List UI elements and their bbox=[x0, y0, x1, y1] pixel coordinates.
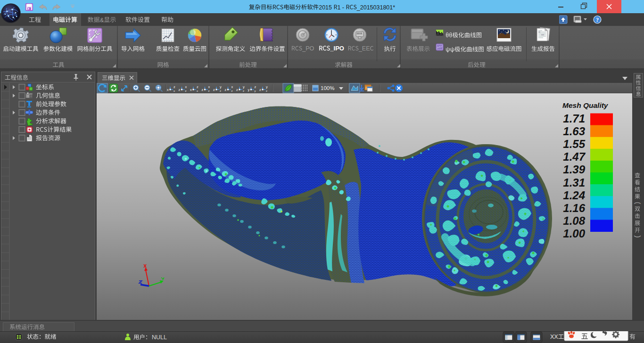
svg-text:z: z bbox=[255, 85, 256, 89]
svg-text:z: z bbox=[231, 90, 233, 92]
svg-text:1.39: 1.39 bbox=[563, 163, 585, 176]
svg-text:y: y bbox=[266, 85, 268, 89]
svg-text:1.71: 1.71 bbox=[563, 112, 585, 125]
svg-text:y: y bbox=[255, 90, 256, 92]
svg-text:z: z bbox=[266, 90, 267, 92]
svg-text:y: y bbox=[243, 85, 245, 89]
svg-text:1.08: 1.08 bbox=[563, 214, 585, 227]
svg-text:1.55: 1.55 bbox=[563, 138, 585, 150]
svg-text:z: z bbox=[202, 88, 204, 92]
svg-text:x: x bbox=[185, 85, 187, 89]
svg-text:1.24: 1.24 bbox=[563, 189, 585, 202]
svg-text:x: x bbox=[190, 88, 192, 92]
svg-text:y: y bbox=[248, 88, 250, 92]
svg-text:x: x bbox=[173, 90, 175, 92]
svg-text:x: x bbox=[208, 85, 210, 89]
svg-text:x: x bbox=[167, 88, 169, 92]
svg-text:z: z bbox=[220, 90, 221, 92]
svg-text:1.31: 1.31 bbox=[563, 176, 585, 189]
svg-text:?: ? bbox=[596, 16, 599, 23]
svg-text:z: z bbox=[236, 88, 238, 92]
svg-text:z: z bbox=[225, 88, 227, 92]
svg-text:z: z bbox=[185, 90, 187, 92]
svg-text:1.16: 1.16 bbox=[563, 202, 585, 214]
svg-text:z: z bbox=[243, 90, 244, 92]
svg-text:y: y bbox=[220, 85, 222, 89]
svg-text:z: z bbox=[173, 85, 175, 89]
svg-text:z: z bbox=[197, 85, 198, 89]
svg-text:z: z bbox=[213, 88, 215, 92]
svg-text:z: z bbox=[179, 88, 181, 92]
svg-text:Mesh Quality: Mesh Quality bbox=[562, 101, 609, 109]
svg-text:1.00: 1.00 bbox=[563, 227, 585, 240]
svg-text:100%: 100% bbox=[321, 85, 334, 91]
svg-text:1.63: 1.63 bbox=[563, 125, 585, 138]
svg-text:z: z bbox=[208, 90, 210, 92]
svg-text:z: z bbox=[259, 88, 261, 92]
svg-text:1.47: 1.47 bbox=[563, 150, 586, 163]
svg-text:x: x bbox=[231, 85, 233, 89]
svg-text:x: x bbox=[197, 90, 198, 92]
